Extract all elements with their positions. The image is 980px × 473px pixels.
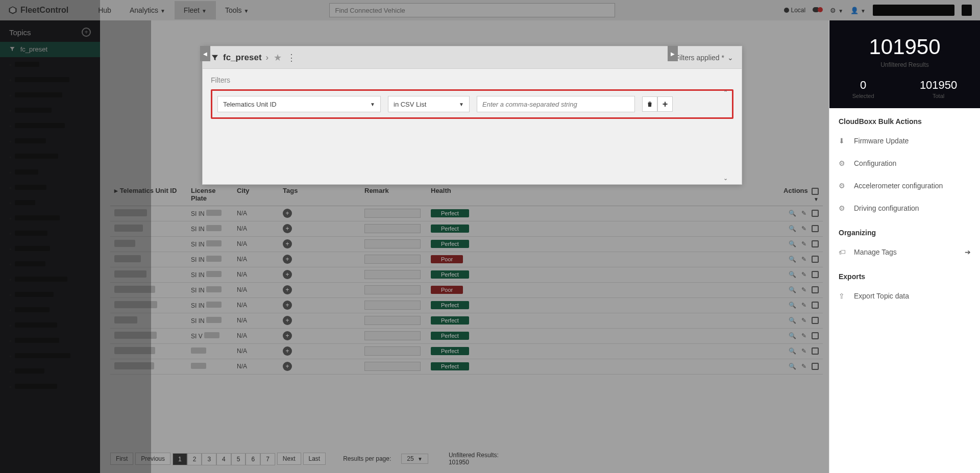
topic-item[interactable]: •	[0, 333, 100, 348]
page-number[interactable]: 2	[187, 453, 202, 465]
page-first[interactable]: First	[110, 453, 133, 465]
search-icon[interactable]: 🔍	[789, 286, 796, 293]
filter-operator-select[interactable]: in CSV List▼	[388, 96, 470, 112]
filters-applied-toggle[interactable]: 0 Filters applied * ⌄	[669, 54, 733, 62]
topic-item[interactable]: •	[0, 57, 100, 72]
page-number[interactable]: 6	[246, 453, 260, 465]
remark-input[interactable]	[364, 346, 421, 356]
page-number[interactable]: 4	[216, 453, 231, 465]
edit-icon[interactable]: ✎	[801, 332, 806, 339]
add-tag-icon[interactable]: +	[283, 346, 292, 356]
topic-item-fc-preset[interactable]: fc_preset	[0, 42, 100, 57]
table-row[interactable]: SI IN N/A+Poor🔍✎	[110, 252, 823, 267]
search-icon[interactable]: 🔍	[789, 210, 796, 217]
edit-icon[interactable]: ✎	[801, 286, 806, 293]
topic-item[interactable]: •	[0, 88, 100, 103]
filter-value-input[interactable]	[477, 96, 635, 112]
filter-breadcrumb[interactable]: fc_preset ›	[211, 53, 268, 63]
filter-field-select[interactable]: Telematics Unit ID▼	[217, 96, 381, 112]
topic-item[interactable]: •	[0, 257, 100, 272]
topic-item[interactable]: •	[0, 72, 100, 88]
remark-input[interactable]	[364, 224, 421, 233]
action-firmware-update[interactable]: ⬇Firmware Update	[829, 130, 980, 152]
settings-icon[interactable]: ⚙▼	[830, 7, 843, 14]
select-checkbox[interactable]	[812, 210, 819, 217]
delete-filter-button[interactable]	[642, 96, 657, 112]
action-configuration[interactable]: ⚙Configuration	[829, 152, 980, 175]
search-icon[interactable]: 🔍	[789, 302, 796, 309]
nav-fleet[interactable]: Fleet▼	[175, 1, 216, 19]
select-checkbox[interactable]	[812, 317, 819, 324]
select-checkbox[interactable]	[812, 271, 819, 278]
select-checkbox[interactable]	[812, 332, 819, 339]
edit-icon[interactable]: ✎	[801, 317, 806, 324]
topic-item[interactable]: •	[0, 211, 100, 226]
user-menu-icon[interactable]: 👤▼	[850, 7, 866, 14]
env-indicator[interactable]: Local	[784, 7, 806, 14]
topic-item[interactable]: •	[0, 318, 100, 333]
topic-item[interactable]: •	[0, 149, 100, 164]
remark-input[interactable]	[364, 316, 421, 325]
nav-tools[interactable]: Tools▼	[216, 1, 258, 19]
search-icon[interactable]: 🔍	[789, 256, 796, 263]
panel-collapse-left[interactable]: ◀	[200, 46, 210, 61]
edit-icon[interactable]: ✎	[801, 302, 806, 309]
add-tag-icon[interactable]: +	[283, 270, 292, 279]
table-row[interactable]: N/A+Perfect🔍✎	[110, 344, 823, 359]
page-number[interactable]: 3	[202, 453, 216, 465]
col-remark[interactable]: Remark	[360, 187, 427, 203]
topic-item[interactable]: •	[0, 287, 100, 303]
search-icon[interactable]: 🔍	[789, 363, 796, 370]
select-checkbox[interactable]	[812, 347, 819, 355]
table-row[interactable]: SI IN N/A+Perfect🔍✎	[110, 298, 823, 313]
table-row[interactable]: SI IN N/A+Perfect🔍✎	[110, 313, 823, 329]
nav-analytics[interactable]: Analytics▼	[120, 1, 175, 19]
topic-item[interactable]: •	[0, 134, 100, 149]
topic-item[interactable]: •	[0, 180, 100, 195]
add-topic-button[interactable]: +	[82, 28, 91, 37]
add-tag-icon[interactable]: +	[283, 239, 292, 248]
search-input[interactable]	[329, 3, 615, 17]
add-tag-icon[interactable]: +	[283, 362, 292, 371]
expand-up-icon[interactable]: ⌃	[723, 89, 731, 97]
select-checkbox[interactable]	[812, 256, 819, 263]
page-number[interactable]: 1	[173, 453, 187, 465]
topic-item[interactable]: •	[0, 165, 100, 180]
add-tag-icon[interactable]: +	[283, 331, 292, 340]
remark-input[interactable]	[364, 331, 421, 340]
topic-item[interactable]: •	[0, 348, 100, 364]
remark-input[interactable]	[364, 255, 421, 264]
nav-hub[interactable]: Hub	[89, 1, 120, 19]
table-row[interactable]: SI IN N/A+Perfect🔍✎	[110, 221, 823, 237]
search-icon[interactable]: 🔍	[789, 240, 796, 247]
topic-item[interactable]: •	[0, 195, 100, 211]
remark-input[interactable]	[364, 301, 421, 310]
edit-icon[interactable]: ✎	[801, 225, 806, 232]
topic-item[interactable]: •	[0, 379, 100, 394]
select-checkbox[interactable]	[812, 286, 819, 293]
collapse-down-icon[interactable]: ⌄	[723, 175, 731, 183]
select-checkbox[interactable]	[812, 302, 819, 309]
table-row[interactable]: SI IN N/A+Perfect🔍✎	[110, 206, 823, 221]
search-icon[interactable]: 🔍	[789, 271, 796, 278]
table-row[interactable]: SI IN N/A+Perfect🔍✎	[110, 237, 823, 252]
remark-input[interactable]	[364, 362, 421, 371]
col-tags[interactable]: Tags	[279, 187, 360, 203]
page-prev[interactable]: Previous	[135, 453, 170, 465]
panel-collapse-right[interactable]: ▶	[668, 46, 678, 61]
search-icon[interactable]: 🔍	[789, 317, 796, 324]
action-manage-tags[interactable]: 🏷Manage Tags➔	[829, 241, 980, 263]
app-logo[interactable]: FleetControl	[8, 6, 68, 15]
add-tag-icon[interactable]: +	[283, 209, 292, 218]
table-row[interactable]: SI IN N/A+Poor🔍✎	[110, 283, 823, 298]
remark-input[interactable]	[364, 239, 421, 248]
edit-icon[interactable]: ✎	[801, 347, 806, 355]
add-tag-icon[interactable]: +	[283, 301, 292, 310]
remark-input[interactable]	[364, 270, 421, 279]
add-tag-icon[interactable]: +	[283, 285, 292, 294]
topic-item[interactable]: •	[0, 272, 100, 287]
edit-icon[interactable]: ✎	[801, 256, 806, 263]
add-filter-button[interactable]: +	[657, 96, 673, 112]
search-icon[interactable]: 🔍	[789, 225, 796, 232]
select-checkbox[interactable]	[812, 225, 819, 232]
